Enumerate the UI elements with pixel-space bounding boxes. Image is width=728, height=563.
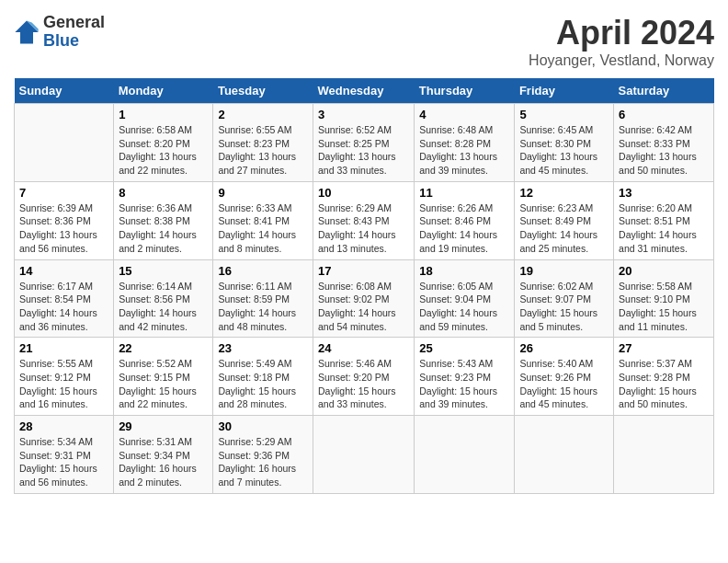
calendar-cell: 15Sunrise: 6:14 AM Sunset: 8:56 PM Dayli… xyxy=(114,259,213,338)
calendar-cell: 22Sunrise: 5:52 AM Sunset: 9:15 PM Dayli… xyxy=(114,338,213,416)
header-day-wednesday: Wednesday xyxy=(313,78,414,104)
header-row: SundayMondayTuesdayWednesdayThursdayFrid… xyxy=(15,78,714,104)
calendar-cell xyxy=(415,416,515,494)
calendar-header: SundayMondayTuesdayWednesdayThursdayFrid… xyxy=(15,78,714,104)
calendar-cell: 26Sunrise: 5:40 AM Sunset: 9:26 PM Dayli… xyxy=(515,338,614,416)
calendar-cell: 13Sunrise: 6:20 AM Sunset: 8:51 PM Dayli… xyxy=(614,181,714,259)
calendar-cell: 3Sunrise: 6:52 AM Sunset: 8:25 PM Daylig… xyxy=(313,104,414,182)
day-detail: Sunrise: 6:33 AM Sunset: 8:41 PM Dayligh… xyxy=(218,201,308,256)
page-header: General Blue April 2024 Hoyanger, Vestla… xyxy=(14,14,714,69)
day-detail: Sunrise: 6:26 AM Sunset: 8:46 PM Dayligh… xyxy=(419,201,509,256)
header-day-saturday: Saturday xyxy=(614,78,714,104)
calendar-cell xyxy=(313,416,414,494)
week-row-1: 1Sunrise: 6:58 AM Sunset: 8:20 PM Daylig… xyxy=(15,104,714,182)
day-detail: Sunrise: 5:31 AM Sunset: 9:34 PM Dayligh… xyxy=(119,435,208,489)
day-number: 2 xyxy=(218,108,308,121)
calendar-cell: 8Sunrise: 6:36 AM Sunset: 8:38 PM Daylig… xyxy=(114,181,213,259)
day-number: 4 xyxy=(419,108,509,121)
day-detail: Sunrise: 5:58 AM Sunset: 9:10 PM Dayligh… xyxy=(619,280,709,334)
calendar-cell: 28Sunrise: 5:34 AM Sunset: 9:31 PM Dayli… xyxy=(15,416,114,494)
day-detail: Sunrise: 6:08 AM Sunset: 9:02 PM Dayligh… xyxy=(318,280,409,334)
day-detail: Sunrise: 6:29 AM Sunset: 8:43 PM Dayligh… xyxy=(318,201,409,256)
day-number: 19 xyxy=(519,264,609,278)
day-number: 20 xyxy=(619,264,709,278)
calendar-body: 1Sunrise: 6:58 AM Sunset: 8:20 PM Daylig… xyxy=(15,104,714,494)
logo-icon xyxy=(14,19,40,45)
header-day-friday: Friday xyxy=(515,78,614,104)
day-number: 12 xyxy=(519,186,609,200)
day-detail: Sunrise: 5:34 AM Sunset: 9:31 PM Dayligh… xyxy=(19,435,108,489)
title-block: April 2024 Hoyanger, Vestland, Norway xyxy=(529,14,714,69)
day-number: 18 xyxy=(419,264,509,278)
day-detail: Sunrise: 5:46 AM Sunset: 9:20 PM Dayligh… xyxy=(318,357,409,411)
day-detail: Sunrise: 5:29 AM Sunset: 9:36 PM Dayligh… xyxy=(218,435,308,489)
calendar-cell: 27Sunrise: 5:37 AM Sunset: 9:28 PM Dayli… xyxy=(614,338,714,416)
day-number: 15 xyxy=(119,264,208,278)
calendar-cell xyxy=(614,416,714,494)
day-number: 7 xyxy=(19,186,108,200)
day-number: 6 xyxy=(619,108,709,121)
week-row-4: 21Sunrise: 5:55 AM Sunset: 9:12 PM Dayli… xyxy=(15,338,714,416)
day-detail: Sunrise: 6:05 AM Sunset: 9:04 PM Dayligh… xyxy=(419,280,509,334)
calendar-cell: 6Sunrise: 6:42 AM Sunset: 8:33 PM Daylig… xyxy=(614,104,714,182)
calendar-cell: 14Sunrise: 6:17 AM Sunset: 8:54 PM Dayli… xyxy=(15,259,114,338)
day-detail: Sunrise: 6:02 AM Sunset: 9:07 PM Dayligh… xyxy=(519,280,609,334)
day-number: 10 xyxy=(318,186,409,200)
calendar-cell: 12Sunrise: 6:23 AM Sunset: 8:49 PM Dayli… xyxy=(515,181,614,259)
day-detail: Sunrise: 6:55 AM Sunset: 8:23 PM Dayligh… xyxy=(218,123,308,178)
svg-marker-0 xyxy=(15,20,38,43)
day-number: 21 xyxy=(19,341,108,355)
calendar-cell xyxy=(515,416,614,494)
day-number: 23 xyxy=(218,341,308,355)
calendar-cell: 1Sunrise: 6:58 AM Sunset: 8:20 PM Daylig… xyxy=(114,104,213,182)
day-number: 27 xyxy=(619,341,709,355)
day-number: 28 xyxy=(19,419,108,433)
day-number: 22 xyxy=(119,341,208,355)
calendar-cell: 7Sunrise: 6:39 AM Sunset: 8:36 PM Daylig… xyxy=(15,181,114,259)
day-detail: Sunrise: 5:55 AM Sunset: 9:12 PM Dayligh… xyxy=(19,357,108,411)
day-number: 5 xyxy=(519,108,609,121)
day-detail: Sunrise: 6:39 AM Sunset: 8:36 PM Dayligh… xyxy=(19,201,108,256)
calendar-cell: 4Sunrise: 6:48 AM Sunset: 8:28 PM Daylig… xyxy=(415,104,515,182)
calendar-cell: 30Sunrise: 5:29 AM Sunset: 9:36 PM Dayli… xyxy=(213,416,313,494)
calendar-cell: 20Sunrise: 5:58 AM Sunset: 9:10 PM Dayli… xyxy=(614,259,714,338)
header-day-sunday: Sunday xyxy=(15,78,114,104)
week-row-3: 14Sunrise: 6:17 AM Sunset: 8:54 PM Dayli… xyxy=(15,259,714,338)
day-number: 11 xyxy=(419,186,509,200)
day-number: 29 xyxy=(119,419,208,433)
day-number: 26 xyxy=(519,341,609,355)
logo-blue-text: Blue xyxy=(43,32,105,51)
calendar-cell: 19Sunrise: 6:02 AM Sunset: 9:07 PM Dayli… xyxy=(515,259,614,338)
logo: General Blue xyxy=(14,14,105,51)
day-number: 24 xyxy=(318,341,409,355)
calendar-cell xyxy=(15,104,114,182)
main-title: April 2024 xyxy=(529,14,714,52)
day-detail: Sunrise: 6:14 AM Sunset: 8:56 PM Dayligh… xyxy=(119,280,208,334)
logo-general-text: General xyxy=(43,14,105,32)
calendar-cell: 29Sunrise: 5:31 AM Sunset: 9:34 PM Dayli… xyxy=(114,416,213,494)
calendar-cell: 10Sunrise: 6:29 AM Sunset: 8:43 PM Dayli… xyxy=(313,181,414,259)
day-number: 3 xyxy=(318,108,409,121)
day-number: 1 xyxy=(119,108,208,121)
calendar-cell: 16Sunrise: 6:11 AM Sunset: 8:59 PM Dayli… xyxy=(213,259,313,338)
day-detail: Sunrise: 6:52 AM Sunset: 8:25 PM Dayligh… xyxy=(318,123,409,178)
day-detail: Sunrise: 6:11 AM Sunset: 8:59 PM Dayligh… xyxy=(218,280,308,334)
day-detail: Sunrise: 5:49 AM Sunset: 9:18 PM Dayligh… xyxy=(218,357,308,411)
day-detail: Sunrise: 6:36 AM Sunset: 8:38 PM Dayligh… xyxy=(119,201,208,256)
calendar-cell: 5Sunrise: 6:45 AM Sunset: 8:30 PM Daylig… xyxy=(515,104,614,182)
calendar-cell: 23Sunrise: 5:49 AM Sunset: 9:18 PM Dayli… xyxy=(213,338,313,416)
calendar-cell: 17Sunrise: 6:08 AM Sunset: 9:02 PM Dayli… xyxy=(313,259,414,338)
day-detail: Sunrise: 5:43 AM Sunset: 9:23 PM Dayligh… xyxy=(419,357,509,411)
calendar-table: SundayMondayTuesdayWednesdayThursdayFrid… xyxy=(14,78,714,494)
day-detail: Sunrise: 6:58 AM Sunset: 8:20 PM Dayligh… xyxy=(119,123,208,178)
calendar-cell: 9Sunrise: 6:33 AM Sunset: 8:41 PM Daylig… xyxy=(213,181,313,259)
day-detail: Sunrise: 5:52 AM Sunset: 9:15 PM Dayligh… xyxy=(119,357,208,411)
calendar-cell: 2Sunrise: 6:55 AM Sunset: 8:23 PM Daylig… xyxy=(213,104,313,182)
header-day-thursday: Thursday xyxy=(415,78,515,104)
calendar-cell: 11Sunrise: 6:26 AM Sunset: 8:46 PM Dayli… xyxy=(415,181,515,259)
day-detail: Sunrise: 6:20 AM Sunset: 8:51 PM Dayligh… xyxy=(619,201,709,256)
week-row-5: 28Sunrise: 5:34 AM Sunset: 9:31 PM Dayli… xyxy=(15,416,714,494)
header-day-tuesday: Tuesday xyxy=(213,78,313,104)
day-detail: Sunrise: 5:40 AM Sunset: 9:26 PM Dayligh… xyxy=(519,357,609,411)
day-number: 25 xyxy=(419,341,509,355)
